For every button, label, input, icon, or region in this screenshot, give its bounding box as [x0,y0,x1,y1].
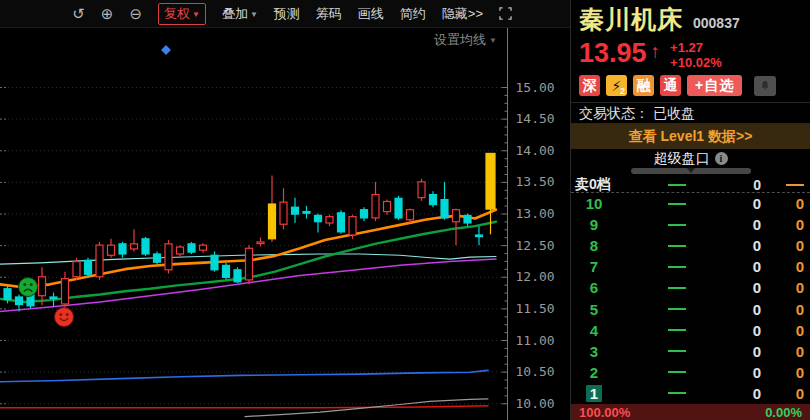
draw-line-button[interactable]: 画线 [358,5,384,23]
amount-value: 0 [761,279,804,296]
amount-value: 0 [761,385,804,402]
price-row: 13.95 ↑ +1.27 +10.02% [571,36,810,70]
amount-value: 0 [761,195,804,212]
order-book-row[interactable]: 300 [571,341,810,362]
info-icon[interactable]: i [715,152,728,165]
price-change-percent: +10.02% [670,55,722,70]
sell-level-label: 卖0档 [571,176,617,194]
svg-text:11.00: 11.00 [516,333,555,348]
level-label: 8 [571,237,617,254]
amount-value: 0 [761,364,804,381]
volume-value: 0 [737,385,761,402]
level-label: 3 [571,343,617,360]
stock-name: 秦川机床 [579,3,683,36]
volume-dash [668,371,686,373]
ma-settings-button[interactable]: 设置均线▼ [434,31,497,49]
overlay-button[interactable]: 叠加▼ [222,5,258,23]
amount-value: 0 [761,258,804,275]
collapse-handle-row [571,168,810,176]
volume-value: 0 [737,322,761,339]
volume-value: 0 [737,364,761,381]
volume-dash [668,329,686,331]
volume-value: 0 [737,343,761,360]
volume-value: 0 [737,195,761,212]
undo-icon[interactable]: ↺ [72,5,85,23]
svg-text:12.50: 12.50 [516,238,555,253]
add-watchlist-button[interactable]: +自选 [687,75,742,96]
order-book-row[interactable]: 500 [571,298,810,319]
zoom-out-icon[interactable]: ⊖ [129,5,142,23]
buy-ratio: 100.00% [579,405,630,420]
svg-text:10.00: 10.00 [516,396,555,411]
svg-text:12.00: 12.00 [516,269,555,284]
order-book-row[interactable]: 200 [571,362,810,383]
order-book-row[interactable]: 600 [571,277,810,298]
order-book-row[interactable]: 1000 [571,193,810,214]
bell-icon [759,79,771,92]
svg-text:13.00: 13.00 [516,206,555,221]
up-arrow-icon: ↑ [651,41,661,63]
amount-value: 0 [761,237,804,254]
chart-toolbar: ↺ ⊕ ⊖ 复权▼ 叠加▼ 预测 筹码 画线 简约 隐藏>> [0,0,570,28]
alert-bell-button[interactable] [754,76,776,96]
level-label: 9 [571,216,617,233]
level-label: 2 [571,364,617,381]
chevron-down-icon: ▼ [250,10,258,19]
chevron-down-icon: ▼ [489,36,497,45]
level-label: 6 [571,279,617,296]
order-book-row[interactable]: 700 [571,256,810,277]
adjust-price-label: 复权 [164,6,190,21]
trading-status: 交易状态： 已收盘 [571,102,810,124]
level-label: 1 [571,385,617,402]
zoom-in-icon[interactable]: ⊕ [101,5,114,23]
level-label: 7 [571,258,617,275]
volume-dash [668,350,686,352]
volume-value: 0 [737,301,761,318]
collapse-handle[interactable] [631,168,751,174]
svg-text:10.50: 10.50 [516,364,555,379]
volume-dash [668,287,686,289]
connect-badge: 通 [660,75,681,96]
level-label: 10 [571,195,617,212]
chip-distribution-button[interactable]: 筹码 [316,5,342,23]
volume-value: 0 [737,279,761,296]
adjust-price-button[interactable]: 复权▼ [158,3,206,25]
fullscreen-icon[interactable] [499,7,512,20]
super-order-book-title: 超级盘口 [654,150,710,168]
shenzhen-badge: 深 [579,75,600,96]
svg-text:15.00: 15.00 [516,80,555,95]
level1-data-link[interactable]: 查看 Level1 数据>> [571,124,810,149]
sell-ratio: 0.00% [765,405,802,420]
order-book-row[interactable]: 100 [571,383,810,404]
order-book-row[interactable]: 900 [571,214,810,235]
hide-button[interactable]: 隐藏>> [442,5,483,23]
volume-value: 0 [737,216,761,233]
stock-header: 秦川机床 000837 [571,0,810,36]
quote-panel: 秦川机床 000837 13.95 ↑ +1.27 +10.02% 深 ⚡2 融… [570,0,810,420]
kline-chart[interactable]: 15.0014.5014.0013.5013.0012.5012.0011.50… [0,0,570,420]
simple-mode-button[interactable]: 简约 [400,5,426,23]
forecast-button[interactable]: 预测 [274,5,300,23]
lightning-sub: 2 [620,86,625,96]
last-price: 13.95 [579,38,647,68]
chevron-down-icon [687,168,695,173]
volume-dash [668,184,686,186]
svg-text:13.50: 13.50 [516,174,555,189]
svg-text:14.50: 14.50 [516,111,555,126]
volume-dash [668,245,686,247]
volume-dash [668,392,686,394]
svg-text:11.50: 11.50 [516,301,555,316]
order-book-row[interactable]: 800 [571,235,810,256]
amount-value: 0 [761,216,804,233]
sell-summary-row[interactable]: 卖0档 0 [571,176,810,193]
svg-text:14.00: 14.00 [516,143,555,158]
level-label: 5 [571,301,617,318]
order-book-row[interactable]: 400 [571,320,810,341]
amount-value: 0 [761,301,804,318]
overlay-label: 叠加 [222,6,248,21]
ratio-footer: 100.00% 0.00% [571,404,810,420]
volume-dash [668,203,686,205]
ma-settings-label: 设置均线 [434,32,486,47]
change-block: +1.27 +10.02% [670,40,722,70]
order-book-rows: 1000900800700600500400300200100 [571,193,810,404]
